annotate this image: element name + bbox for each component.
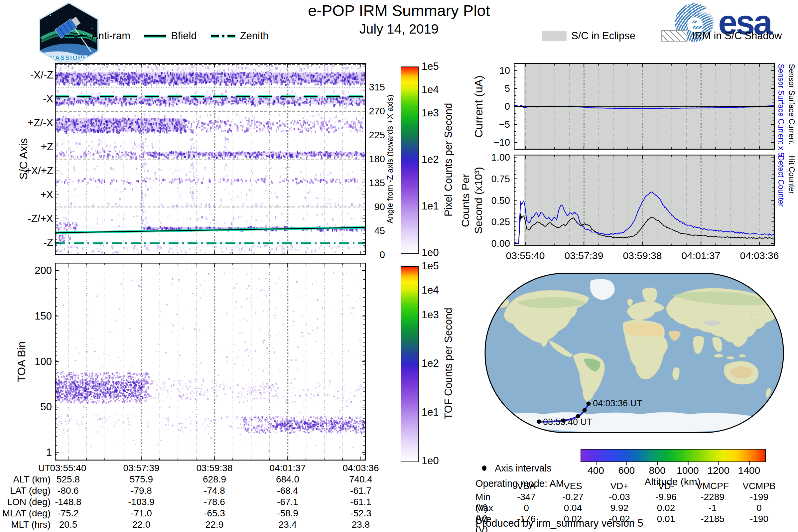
voltage-value: -9.96 xyxy=(643,492,689,502)
sc-axis-row-label: +X/+Z xyxy=(20,159,53,183)
legend-item-bfield: Bfield xyxy=(144,30,197,42)
toa-ytick: 50 xyxy=(41,401,52,413)
sc-axis-row-label: -X/-Z xyxy=(20,63,53,87)
outback xyxy=(730,366,753,378)
toa-spectrogram xyxy=(55,263,366,460)
toa-ytick: 200 xyxy=(35,265,52,277)
angle-tick: 180 xyxy=(369,154,385,165)
voltage-value: 9.92 xyxy=(596,503,643,513)
voltage-column-header: VSA xyxy=(503,481,550,491)
ephemeris-value: 684.0 xyxy=(251,474,324,485)
legend-item-shadow: IRM in S/C Shadow xyxy=(661,30,782,42)
time-tick-label: 03:57:39 xyxy=(555,250,613,261)
ephemeris-table: UT 03:55:4003:57:3903:59:3804:01:3704:03… xyxy=(0,463,392,531)
sc-axis-row-label: +Z xyxy=(20,135,53,159)
colorbar-tick: 1e2 xyxy=(422,358,439,369)
counts-ytick: 0.75 xyxy=(491,173,510,184)
sc-axis-row-label: +Z/-X xyxy=(20,111,53,135)
altitude-tick: 600 xyxy=(618,465,635,476)
time-tick-label: 03:55:40 xyxy=(496,250,555,261)
angle-tick: 225 xyxy=(369,130,385,141)
counts-plot xyxy=(514,155,775,246)
ephemeris-value: -61.1 xyxy=(324,497,397,507)
ephemeris-value: -65.3 xyxy=(178,508,251,519)
current-ytick: 5 xyxy=(505,83,510,94)
time-tick-label: 04:03:36 xyxy=(730,250,789,261)
counts-yticks: 1.000.750.500.250.00 xyxy=(482,155,510,246)
zenith-line-sample xyxy=(211,35,235,38)
sc-axis-row-label: -X xyxy=(20,87,53,111)
footer-produced-by: Produced by irm_summary version 5 xyxy=(475,517,643,529)
voltage-value: 0.04 xyxy=(550,503,596,513)
ephemeris-row: LON (deg) -148.8-103.9-78.6-67.1-61.1 xyxy=(0,497,392,508)
ephemeris-value: 525.8 xyxy=(32,474,105,485)
colorbar-tick: 1e5 xyxy=(422,60,439,73)
ephemeris-row: LAT (deg) -80.6-79.8-74.8-68.4-61.7 xyxy=(0,486,392,497)
colorbar-tick: 1e0 xyxy=(422,247,439,259)
sc-axis-row-label: -Z/+X xyxy=(20,207,53,231)
voltage-row-values: -347-0.27-0.03-9.96-2289-199 xyxy=(503,492,782,502)
ephemeris-value: 20.5 xyxy=(32,519,105,530)
summary-plot-page: CASSIOPE e-POP IRM Summary Plot July 14,… xyxy=(0,0,798,532)
toa-ytick: 100 xyxy=(35,356,52,368)
voltage-value: -199 xyxy=(736,492,782,502)
altitude-tick: 1200 xyxy=(707,465,729,476)
voltage-value: 0.02 xyxy=(643,503,689,513)
voltage-value: -0.27 xyxy=(550,492,596,502)
ephemeris-value: -103.9 xyxy=(105,497,178,507)
ephemeris-row-values: -75.2-71.0-65.3-58.9-52.3 xyxy=(32,508,397,519)
colorbar-tick: 1e2 xyxy=(422,154,439,166)
ephemeris-row-values: 20.522.022.923.423.8 xyxy=(32,519,397,530)
angle-axis-label: Angle from -Z axis (towards +X axis) xyxy=(385,63,395,255)
counts-plot-canvas xyxy=(514,155,775,246)
colorbar-tick: 1e0 xyxy=(422,455,439,467)
ephemeris-value: 22.0 xyxy=(105,519,178,530)
shadow-hatch-swatch xyxy=(661,30,687,41)
sc-axis-spectrogram-canvas xyxy=(55,63,366,255)
eclipse-swatch xyxy=(542,31,567,41)
sc-axis-row-label: +X xyxy=(20,183,53,207)
sc-axis-row-label: -Z xyxy=(20,231,53,255)
track-start-label: 03:55:40 UT xyxy=(543,417,592,427)
ephemeris-value: -61.7 xyxy=(324,486,397,496)
world-map: 03:55:40 UT 04:03:36 UT xyxy=(484,272,785,434)
ephemeris-row-values: -148.8-103.9-78.6-67.1-61.1 xyxy=(32,497,397,507)
ephemeris-value: -67.1 xyxy=(251,497,324,507)
voltage-column-header: VES xyxy=(550,481,596,491)
counts-ytick: 0.25 xyxy=(491,216,510,227)
current-yticks: 1050−5−10 xyxy=(482,63,510,150)
ephemeris-value: 03:59:38 xyxy=(178,463,251,474)
colorbar-tick: 1e1 xyxy=(422,406,439,418)
pixel-colorbar xyxy=(401,66,419,254)
voltage-value: -347 xyxy=(503,492,550,502)
voltage-value: -2185 xyxy=(689,514,736,524)
ephemeris-value: -78.6 xyxy=(178,497,251,507)
ephemeris-value: 628.9 xyxy=(178,474,251,485)
ephemeris-row: MLAT (deg) -75.2-71.0-65.3-58.9-52.3 xyxy=(0,508,392,519)
ephemeris-value: -71.0 xyxy=(105,508,178,519)
current-plot xyxy=(514,63,775,150)
current-ytick: −5 xyxy=(499,119,510,130)
axis-intervals-label: Axis intervals xyxy=(495,463,552,474)
colorbar-tick: 1e3 xyxy=(422,107,439,119)
colorbar-tick: 1e3 xyxy=(422,309,439,321)
voltage-row: Max (V) 00.049.920.02-10 xyxy=(475,503,782,514)
angle-tick: 45 xyxy=(374,225,385,236)
voltage-column-header: VD- xyxy=(643,481,689,491)
voltage-value: 0 xyxy=(503,503,550,513)
ephemeris-value: -52.3 xyxy=(324,508,397,519)
time-tick-label: 03:59:38 xyxy=(613,250,672,261)
angle-tick: 135 xyxy=(369,177,385,189)
pixel-colorbar-ticks: 1e51e41e31e21e11e0 xyxy=(422,66,445,253)
altitude-tick: 1000 xyxy=(677,465,699,476)
ephemeris-value: 03:57:39 xyxy=(105,463,178,474)
ephemeris-value: -58.9 xyxy=(251,508,324,519)
voltage-column-header: VD+ xyxy=(596,481,643,491)
altitude-tick: 1400 xyxy=(738,465,760,476)
toa-spectrogram-canvas xyxy=(55,263,366,460)
ephemeris-row-values: -80.6-79.8-74.8-68.4-61.7 xyxy=(32,486,397,496)
alaska xyxy=(493,300,509,308)
right-time-axis: 03:55:4003:57:3903:59:3804:01:3704:03:36 xyxy=(496,250,789,261)
voltage-value: 0.01 xyxy=(643,514,689,524)
current-plot-canvas xyxy=(514,63,775,150)
